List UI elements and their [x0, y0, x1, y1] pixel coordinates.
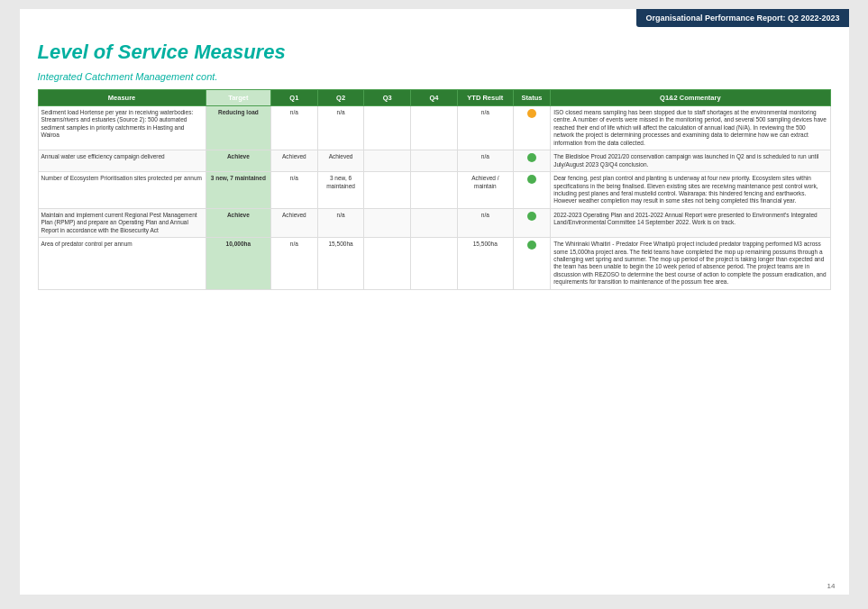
col-header-commentary: Q1&2 Commentary	[551, 90, 830, 106]
section-title: Integrated Catchment Management cont.	[38, 71, 831, 82]
table-row: Number of Ecosystem Prioritisation sites…	[38, 172, 830, 209]
col-header-ytd: YTD Result	[457, 90, 513, 106]
los-table: Measure Target Q1 Q2 Q3 Q4 YTD Result St…	[38, 89, 831, 290]
col-header-measure: Measure	[38, 90, 206, 106]
col-header-q3: Q3	[364, 90, 411, 106]
status-indicator	[527, 241, 536, 250]
status-indicator	[527, 212, 536, 221]
status-indicator	[527, 153, 536, 162]
page-title: Level of Service Measures	[38, 41, 831, 64]
col-header-q2: Q2	[317, 90, 364, 106]
col-header-target: Target	[206, 90, 270, 106]
table-row: Sediment load Hortense per year in recei…	[38, 106, 830, 150]
page-number: 14	[827, 582, 836, 590]
table-row: Area of predator control per annum10,000…	[38, 238, 830, 290]
table-row: Maintain and implement current Regional …	[38, 208, 830, 237]
org-badge: Organisational Performance Report: Q2 20…	[636, 9, 848, 27]
col-header-q1: Q1	[271, 90, 318, 106]
col-header-q4: Q4	[411, 90, 458, 106]
status-indicator	[527, 175, 536, 184]
col-header-status: Status	[513, 90, 550, 106]
table-row: Annual water use efficiency campaign del…	[38, 150, 830, 172]
status-indicator	[527, 109, 536, 118]
